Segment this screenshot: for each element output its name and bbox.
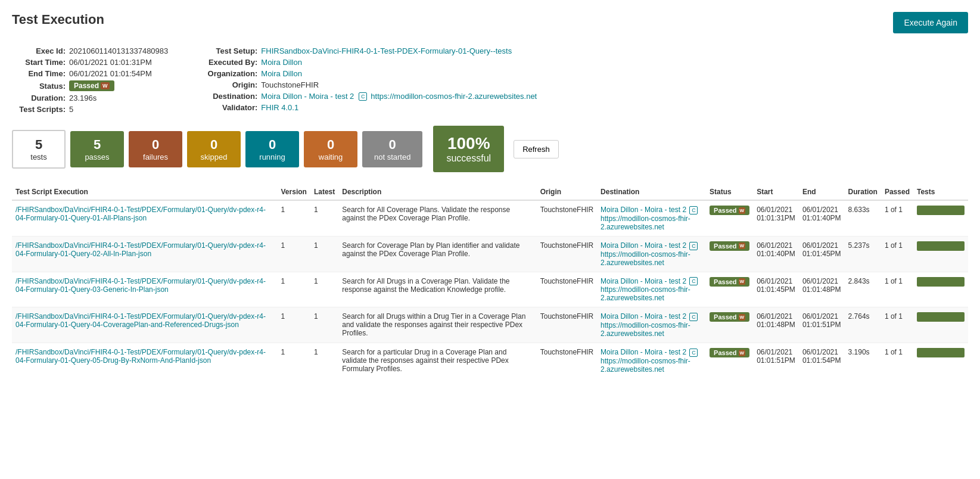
refresh-button[interactable]: Refresh (514, 140, 559, 158)
test-setup-link[interactable]: FHIRSandbox-DaVinci-FHIR4-0-1-Test-PDEX-… (261, 46, 512, 55)
dest-name-link[interactable]: Moira Dillon - Moira - test 2 (601, 241, 686, 250)
script-link[interactable]: /FHIRSandbox/DaVinci/FHIR4-0-1-Test/PDEX… (15, 241, 266, 258)
status-row: Status: Passed W (12, 80, 168, 91)
meta-left: Exec Id: 20210601140131337480983 Start T… (12, 46, 168, 114)
cell-status: Passed W (706, 200, 753, 236)
script-link[interactable]: /FHIRSandbox/DaVinci/FHIR4-0-1-Test/PDEX… (15, 206, 266, 222)
cell-script: /FHIRSandbox/DaVinci/FHIR4-0-1-Test/PDEX… (12, 272, 278, 307)
dest-name-link[interactable]: Moira Dillon - Moira - test 2 (601, 312, 686, 321)
dest-name-link[interactable]: Moira Dillon - Moira - test 2 (601, 277, 686, 285)
cell-version: 1 (278, 200, 310, 236)
w-badge: W (739, 242, 746, 249)
dest-url-link[interactable]: https://modillon-cosmos-fhir-2.azurewebs… (601, 214, 690, 231)
success-label: successful (446, 153, 491, 164)
exec-id-row: Exec Id: 20210601140131337480983 (12, 46, 168, 55)
cell-description: Search for All Drugs in a Coverage Plan.… (338, 272, 536, 307)
cell-origin: TouchstoneFHIR (537, 200, 597, 236)
execute-again-button[interactable]: Execute Again (893, 12, 968, 33)
cell-end: 06/01/2021 01:01:48PM (799, 272, 845, 307)
exec-id-value: 20210601140131337480983 (69, 46, 168, 55)
destination-value[interactable]: Moira Dillon - Moira - test 2 (261, 92, 354, 101)
cell-passed: 1 of 1 (881, 236, 913, 272)
copy-icon[interactable]: C (689, 313, 698, 321)
validator-value[interactable]: FHIR 4.0.1 (261, 103, 298, 112)
origin-value: TouchstoneFHIR (261, 80, 319, 89)
cell-version: 1 (278, 307, 310, 343)
executed-by-value[interactable]: Moira Dillon (261, 58, 302, 67)
cell-tests (913, 200, 968, 236)
stat-skipped-number: 0 (210, 137, 217, 153)
duration-value: 23.196s (69, 94, 97, 102)
end-time-row: End Time: 06/01/2021 01:01:54PM (12, 69, 168, 78)
stat-tests-number: 5 (35, 137, 42, 153)
dest-name-link[interactable]: Moira Dillon - Moira - test 2 (601, 348, 686, 356)
w-badge: W (739, 278, 746, 285)
cell-script: /FHIRSandbox/DaVinci/FHIR4-0-1-Test/PDEX… (12, 200, 278, 236)
cell-latest: 1 (310, 343, 338, 378)
stats-row: 5 tests 5 passes 0 failures 0 skipped 0 … (12, 126, 968, 172)
col-tests: Tests (913, 184, 968, 200)
copy-icon[interactable]: C (689, 349, 698, 357)
dest-url-link[interactable]: https://modillon-cosmos-fhir-2.azurewebs… (601, 321, 690, 338)
meta-right: Test Setup: FHIRSandbox-DaVinci-FHIR4-0-… (204, 46, 537, 114)
destination-url[interactable]: https://modillon-cosmos-fhir-2.azurewebs… (371, 92, 537, 101)
executed-by-row: Executed By: Moira Dillon (204, 58, 537, 67)
w-badge: W (739, 314, 746, 321)
exec-id-label: Exec Id: (12, 46, 66, 55)
cell-duration: 5.237s (845, 236, 881, 272)
cell-tests (913, 343, 968, 378)
stat-waiting-label: waiting (319, 153, 343, 161)
col-start: Start (753, 184, 799, 200)
cell-passed: 1 of 1 (881, 307, 913, 343)
copy-icon[interactable]: C (689, 277, 698, 285)
script-link[interactable]: /FHIRSandbox/DaVinci/FHIR4-0-1-Test/PDEX… (15, 277, 266, 294)
w-badge: W (739, 207, 746, 214)
script-link[interactable]: /FHIRSandbox/DaVinci/FHIR4-0-1-Test/PDEX… (15, 312, 266, 329)
status-value: Passed (74, 82, 99, 90)
origin-label: Origin: (204, 80, 257, 89)
stat-skipped-label: skipped (201, 153, 228, 161)
organization-row: Organization: Moira Dillon (204, 69, 537, 78)
copy-icon[interactable]: C (359, 92, 367, 101)
stat-tests-label: tests (30, 153, 46, 161)
cell-end: 06/01/2021 01:01:45PM (799, 236, 845, 272)
progress-bar (917, 312, 965, 322)
stat-skipped: 0 skipped (187, 131, 241, 167)
dest-url-link[interactable]: https://modillon-cosmos-fhir-2.azurewebs… (601, 285, 690, 302)
copy-icon[interactable]: C (689, 242, 698, 250)
stat-tests: 5 tests (12, 130, 66, 169)
cell-end: 06/01/2021 01:01:51PM (799, 307, 845, 343)
end-time-label: End Time: (12, 69, 66, 78)
script-link[interactable]: /FHIRSandbox/DaVinci/FHIR4-0-1-Test/PDEX… (15, 348, 266, 365)
col-passed: Passed (881, 184, 913, 200)
organization-value[interactable]: Moira Dillon (261, 69, 302, 78)
cell-destination: Moira Dillon - Moira - test 2 C https://… (597, 236, 706, 272)
status-label: Status: (12, 82, 66, 91)
cell-duration: 8.633s (845, 200, 881, 236)
cell-status: Passed W (706, 236, 753, 272)
destination-row: Destination: Moira Dillon - Moira - test… (204, 92, 537, 101)
col-script: Test Script Execution (12, 184, 278, 200)
cell-end: 06/01/2021 01:01:54PM (799, 343, 845, 378)
cell-duration: 2.843s (845, 272, 881, 307)
duration-label: Duration: (12, 94, 66, 102)
validator-row: Validator: FHIR 4.0.1 (204, 103, 537, 112)
progress-bar (917, 206, 965, 215)
dest-url-link[interactable]: https://modillon-cosmos-fhir-2.azurewebs… (601, 357, 690, 374)
cell-origin: TouchstoneFHIR (537, 272, 597, 307)
cell-status: Passed W (706, 272, 753, 307)
stat-running: 0 running (245, 131, 299, 167)
cell-origin: TouchstoneFHIR (537, 343, 597, 378)
dest-name-link[interactable]: Moira Dillon - Moira - test 2 (601, 206, 686, 214)
organization-label: Organization: (204, 69, 257, 78)
copy-icon[interactable]: C (689, 206, 698, 214)
table-section: Test Script Execution Version Latest Des… (12, 184, 968, 378)
cell-destination: Moira Dillon - Moira - test 2 C https://… (597, 307, 706, 343)
cell-duration: 3.190s (845, 343, 881, 378)
cell-destination: Moira Dillon - Moira - test 2 C https://… (597, 343, 706, 378)
cell-version: 1 (278, 272, 310, 307)
start-time-row: Start Time: 06/01/2021 01:01:31PM (12, 58, 168, 67)
dest-url-link[interactable]: https://modillon-cosmos-fhir-2.azurewebs… (601, 250, 690, 267)
validator-label: Validator: (204, 103, 257, 112)
origin-row: Origin: TouchstoneFHIR (204, 80, 537, 89)
